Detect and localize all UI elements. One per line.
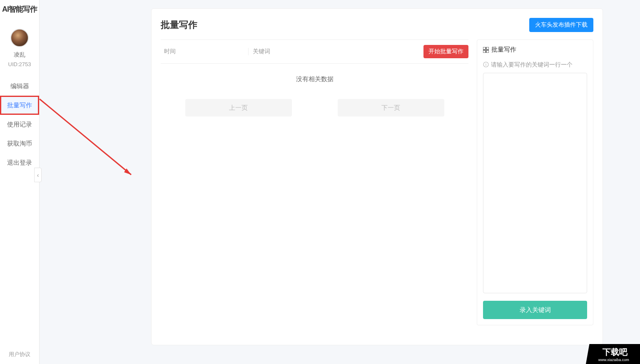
annotation-arrow [37,96,137,181]
page-title: 批量写作 [161,19,197,31]
nav-item-logout[interactable]: 退出登录 [0,153,39,172]
keyword-input-card: 批量写作 请输入要写作的关键词一行一个 录入关键词 [477,40,593,325]
nav-item-batch-writing[interactable]: 批量写作 [0,96,39,115]
no-data-message: 没有相关数据 [161,63,468,96]
nav-item-editor[interactable]: 编辑器 [0,77,39,96]
next-page-button[interactable]: 下一页 [338,99,444,116]
user-avatar[interactable] [10,29,29,47]
start-batch-button[interactable]: 开始批量写作 [423,45,468,58]
user-agreement-link[interactable]: 用户协议 [9,351,30,358]
keyword-textarea[interactable] [483,73,587,293]
table-header: 时间 关键词 开始批量写作 [161,40,468,63]
pagination: 上一页 下一页 [161,96,468,120]
main-panel: 批量写作 火车头发布插件下载 时间 关键词 开始批量写作 没有相关数据 上一页 … [151,8,603,345]
sidebar-collapse-button[interactable]: ‹ [34,168,42,182]
card-title-text: 批量写作 [491,46,516,54]
sidebar: AI智能写作 凌乱 UID:2753 编辑器 批量写作 使用记录 获取淘币 退出… [0,0,40,364]
svg-point-7 [486,63,486,64]
left-panel: 时间 关键词 开始批量写作 没有相关数据 上一页 下一页 [161,40,468,325]
app-logo: AI智能写作 [2,4,37,14]
svg-line-0 [40,99,131,175]
svg-rect-4 [483,50,486,53]
submit-keywords-button[interactable]: 录入关键词 [483,301,587,319]
uid-label: UID:2753 [8,61,31,67]
info-icon [483,62,489,69]
card-hint: 请输入要写作的关键词一行一个 [483,61,587,69]
svg-rect-5 [486,50,489,53]
username-label: 凌乱 [14,51,25,59]
watermark-badge: 下载吧 www.xiazaiba.com [586,344,640,364]
watermark-main-text: 下载吧 [603,347,628,358]
nav-menu: 编辑器 批量写作 使用记录 获取淘币 退出登录 [0,77,39,172]
column-header-keyword: 关键词 [248,48,423,55]
svg-rect-3 [486,47,489,50]
svg-rect-8 [486,64,486,66]
svg-marker-1 [124,168,131,175]
column-header-time: 时间 [161,48,248,55]
prev-page-button[interactable]: 上一页 [185,99,292,116]
download-plugin-button[interactable]: 火车头发布插件下载 [529,18,593,32]
svg-rect-2 [483,47,486,50]
page-header: 批量写作 火车头发布插件下载 [152,9,603,40]
nav-item-get-coins[interactable]: 获取淘币 [0,134,39,153]
card-title: 批量写作 [483,46,587,54]
watermark-url-text: www.xiazaiba.com [598,358,629,362]
grid-icon [483,47,489,53]
card-hint-text: 请输入要写作的关键词一行一个 [491,61,573,69]
nav-item-usage-history[interactable]: 使用记录 [0,115,39,134]
